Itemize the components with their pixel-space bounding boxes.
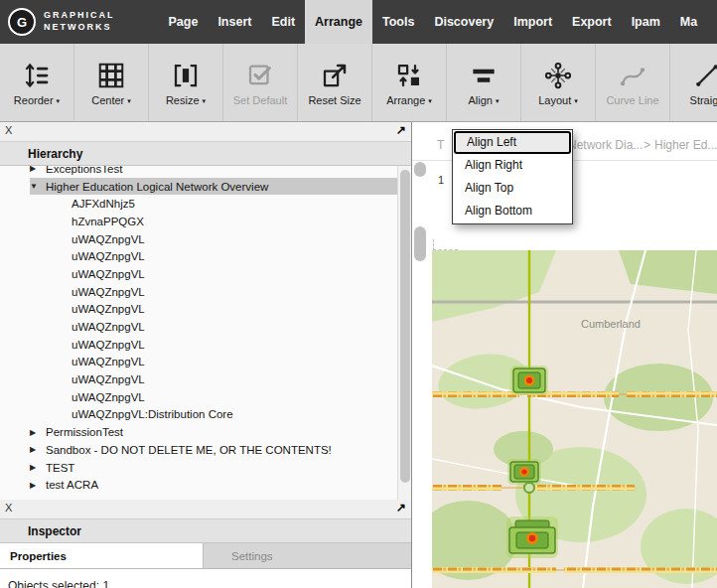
tree-item-label: Higher Education Logical Network Overvie… [46,181,268,193]
align-dropdown-menu: Align LeftAlign RightAlign TopAlign Bott… [452,129,573,224]
menu-item-ipam[interactable]: Ipam [622,0,670,44]
page-list-item[interactable]: 1 [438,174,444,186]
tree-item[interactable]: ▶ExceptionsTest [30,166,397,178]
hierarchy-title: Hierarchy [28,147,82,161]
hierarchy-panel-header: Hierarchy [0,142,411,166]
close-icon[interactable]: X [5,125,12,136]
menu-item-page[interactable]: Page [159,0,209,44]
tree-item-label: uWAQZnpgVL [72,356,145,368]
tree-item-label: AJFXdNhjz5 [72,198,135,210]
device-node[interactable] [506,516,558,558]
tree-item[interactable]: uWAQZnpgVL [30,230,397,248]
tree-item[interactable]: uWAQZnpgVL [30,370,397,388]
set-default-icon [245,61,275,90]
menu-item-ma[interactable]: Ma [670,0,707,44]
tab-properties[interactable]: Properties [0,543,204,568]
logo-icon: G [8,8,36,36]
resize-button[interactable]: Resize▾ [149,44,223,121]
diagram-scrollbar-piece[interactable] [414,162,426,177]
menu-item-tools[interactable]: Tools [372,0,424,44]
breadcrumb-segment[interactable]: Higher Ed... [654,138,717,152]
tree-item[interactable]: uWAQZnpgVL [30,265,397,283]
device-node[interactable] [510,366,548,395]
tree-item-label: uWAQZnpgVL:Distribution Core [72,408,233,420]
tab-settings[interactable]: Settings [204,543,411,568]
hierarchy-tree-container: ▶ExceptionsTest▼Higher Education Logical… [0,166,397,500]
inspector-panel-header: Inspector [0,519,411,543]
tree-item[interactable]: ▶Sandbox - DO NOT DELETE ME, OR THE CONT… [30,441,397,459]
tree-item-label: hZvnaPPQGX [72,216,144,227]
menu-item-insert[interactable]: Insert [208,0,261,44]
menu-item-align-left[interactable]: Align Left [454,131,571,154]
menu-item-import[interactable]: Import [503,0,562,44]
reorder-button[interactable]: Reorder▾ [0,44,74,121]
tree-item[interactable]: uWAQZnpgVL [30,388,397,406]
toolbar-button-label: Reorder [14,94,54,106]
chevron-collapsed-icon[interactable]: ▶ [30,428,46,437]
diagram-scrollbar-thumb[interactable] [414,226,426,261]
tree-item[interactable]: uWAQZnpgVL [30,247,397,265]
junction-node[interactable] [524,483,534,493]
menu-item-arrange[interactable]: Arrange [305,0,372,44]
tree-item-label: uWAQZnpgVL [72,286,145,298]
menu-item-export[interactable]: Export [562,0,622,44]
logo-line1: GRAPHICAL [44,10,115,22]
breadcrumb-segment[interactable]: T [437,138,444,152]
reset-size-button[interactable]: Reset Size [298,44,372,121]
hierarchy-panel: X ↗ Hierarchy ▶ExceptionsTest▼Higher Edu… [0,122,412,500]
tree-item[interactable]: ▼Higher Education Logical Network Overvi… [30,178,397,196]
tree-item-label: uWAQZnpgVL [72,233,145,245]
align-icon [469,61,499,90]
map[interactable]: Cumberland [432,250,717,588]
arrange-icon [394,61,424,90]
inspector-content: Objects selected: 1 [0,569,411,588]
expand-panel-icon[interactable]: ↗ [396,124,406,136]
tree-item[interactable]: uWAQZnpgVL [30,301,397,319]
dropdown-caret-icon: ▾ [57,97,61,105]
straight-line-button[interactable]: Straigh [670,44,717,121]
chevron-collapsed-icon[interactable]: ▶ [30,481,46,490]
menu-item-align-bottom[interactable]: Align Bottom [454,200,571,222]
map-canvas[interactable]: Cumberland [432,250,717,588]
toolbar-button-label: Set Default [233,94,287,106]
align-button[interactable]: Align▾ [447,44,521,121]
chevron-collapsed-icon[interactable]: ▶ [30,445,46,454]
dropdown-caret-icon: ▾ [127,97,131,105]
layout-button[interactable]: Layout▾ [521,44,596,121]
tree-item-label: test ACRA [46,479,98,491]
tree-item[interactable]: uWAQZnpgVL [30,336,397,354]
tree-item[interactable]: ▶test ACRA [30,476,397,494]
curve-line-button: Curve Line [596,44,670,121]
inspector-panel-titlebar: X ↗ [0,500,411,519]
scrollbar-thumb[interactable] [400,170,410,483]
tree-item[interactable]: ▶PermissionTest [30,423,397,441]
tree-item[interactable]: hZvnaPPQGX [30,213,397,230]
tree-item[interactable]: uWAQZnpgVL:Distribution Core [30,406,397,424]
tree-item[interactable]: uWAQZnpgVL [30,354,397,371]
menu-item-discovery[interactable]: Discovery [424,0,503,44]
menu-item-align-right[interactable]: Align Right [454,154,571,177]
close-icon[interactable]: X [5,503,12,514]
tree-item[interactable]: uWAQZnpgVL [30,318,397,336]
tree-item[interactable]: AJFXdNhjz5 [30,195,397,213]
chevron-collapsed-icon[interactable]: ▶ [30,166,46,173]
tree-item[interactable]: uWAQZnpgVL [30,283,397,301]
tree-item-label: uWAQZnpgVL [72,391,145,403]
menu-item-edit[interactable]: Edit [261,0,305,44]
toolbar-button-label: Align [469,94,493,106]
arrange-button[interactable]: Arrange▾ [372,44,447,121]
hierarchy-tree: ▶ExceptionsTest▼Higher Education Logical… [0,166,397,494]
chevron-collapsed-icon[interactable]: ▶ [30,463,46,472]
menu-item-align-top[interactable]: Align Top [454,177,571,200]
hierarchy-scrollbar[interactable] [397,166,411,500]
breadcrumb-segment[interactable]: Network Dia... [568,138,643,152]
center-button[interactable]: Center▾ [74,44,149,121]
chevron-expanded-icon[interactable]: ▼ [30,182,46,191]
tree-item[interactable]: ▶TEST [30,459,397,477]
toolbar: Reorder▾Center▾Resize▾Set DefaultReset S… [0,44,717,122]
reset-size-icon [320,61,350,90]
straight-line-icon [692,61,717,90]
device-node[interactable] [507,459,541,485]
expand-panel-icon[interactable]: ↗ [396,502,406,514]
layout-icon [543,61,573,90]
